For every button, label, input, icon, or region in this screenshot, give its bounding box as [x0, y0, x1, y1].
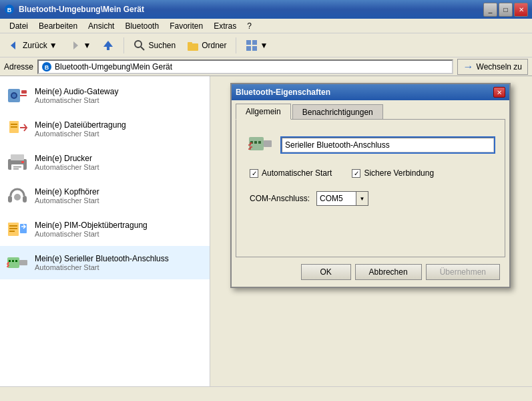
- printer-name: Mein(e) Drucker: [35, 154, 99, 163]
- up-icon: [101, 39, 115, 52]
- svg-rect-31: [23, 196, 27, 203]
- svg-rect-34: [9, 225, 17, 227]
- menu-bearbeiten[interactable]: Bearbeiten: [33, 20, 83, 32]
- secure-connection-checkbox[interactable]: [352, 169, 360, 178]
- addressbar-input[interactable]: B Bluetooth-Umgebung\Mein Gerät: [37, 59, 453, 74]
- menu-bluetooth[interactable]: Bluetooth: [119, 20, 164, 32]
- headphone-icon: [5, 184, 29, 208]
- com-port-dropdown-arrow[interactable]: ▼: [356, 191, 368, 206]
- audio-gateway-name: Mein(e) Audio-Gateway: [35, 87, 118, 96]
- window-title: Bluetooth-Umgebung\Mein Gerät: [19, 5, 483, 14]
- svg-rect-11: [252, 40, 257, 45]
- svg-rect-9: [188, 42, 192, 45]
- svg-marker-2: [11, 41, 15, 49]
- dialog-spacer: [247, 206, 494, 246]
- file-transfer-sub: Automatischer Start: [35, 130, 126, 138]
- list-item[interactable]: Mein(e) Serieller Bluetooth-Anschluss Au…: [0, 246, 210, 279]
- printer-sub: Automatischer Start: [35, 163, 99, 171]
- addressbar-go-button[interactable]: → Wechseln zu: [457, 59, 528, 75]
- ok-button[interactable]: OK: [301, 264, 351, 280]
- svg-text:B: B: [45, 64, 49, 71]
- serial-icon: [5, 251, 29, 275]
- window-icon: B: [4, 4, 15, 15]
- search-button[interactable]: Suchen: [128, 36, 180, 55]
- file-transfer-name: Mein(e) Dateiübertragung: [35, 120, 126, 130]
- menu-favoriten[interactable]: Favoriten: [164, 20, 208, 32]
- pim-info: Mein(e) PIM-Objektübertragung Automatisc…: [35, 221, 148, 238]
- svg-marker-4: [103, 41, 113, 47]
- back-button[interactable]: Zurück ▼: [3, 36, 62, 55]
- window-controls: _ □ ✕: [483, 3, 528, 17]
- svg-point-18: [12, 94, 16, 98]
- right-panel: Bluetooth-Eigenschaften ✕ Allgemein Bena…: [210, 76, 532, 386]
- menu-help[interactable]: ?: [242, 20, 257, 32]
- svg-point-6: [135, 41, 142, 47]
- dialog-titlebar: Bluetooth-Eigenschaften ✕: [232, 84, 509, 100]
- svg-marker-3: [73, 41, 78, 49]
- list-item[interactable]: Mein(e) Dateiübertragung Automatischer S…: [0, 112, 210, 146]
- svg-rect-13: [252, 46, 257, 51]
- forward-button[interactable]: ▼: [63, 36, 96, 55]
- toolbar-sep-2: [236, 37, 236, 53]
- headphone-name: Mein(e) Kopfhörer: [35, 187, 99, 196]
- svg-rect-23: [11, 126, 17, 128]
- svg-rect-42: [15, 260, 17, 262]
- secure-connection-checkbox-item: Sichere Verbindung: [352, 168, 434, 178]
- menu-datei[interactable]: Datei: [4, 20, 33, 32]
- serial-sub: Automatischer Start: [35, 263, 169, 271]
- svg-rect-5: [107, 47, 109, 50]
- svg-rect-28: [13, 166, 21, 168]
- svg-rect-35: [9, 228, 17, 229]
- titlebar: B Bluetooth-Umgebung\Mein Gerät _ □ ✕: [0, 0, 532, 19]
- svg-rect-12: [246, 46, 251, 51]
- audio-gateway-icon: [5, 84, 29, 108]
- main-content: Mein(e) Audio-Gateway Automatischer Star…: [0, 76, 532, 386]
- svg-rect-26: [11, 164, 23, 171]
- device-name-input[interactable]: [282, 138, 494, 152]
- auto-start-checkbox[interactable]: [250, 169, 258, 178]
- com-port-row: COM-Anschluss: COM5 ▼: [247, 191, 494, 206]
- views-button[interactable]: ▼: [240, 36, 273, 55]
- list-item[interactable]: Mein(e) Kopfhörer Automatischer Start: [0, 179, 210, 213]
- go-arrow-icon: →: [463, 61, 474, 73]
- dialog-checkboxes: Automatischer Start Sichere Verbindung: [247, 168, 494, 178]
- menubar: Datei Bearbeiten Ansicht Bluetooth Favor…: [0, 19, 532, 33]
- com-port-value[interactable]: COM5: [316, 191, 356, 206]
- auto-start-label: Automatischer Start: [262, 168, 332, 178]
- headphone-sub: Automatischer Start: [35, 196, 99, 205]
- headphone-info: Mein(e) Kopfhörer Automatischer Start: [35, 187, 99, 205]
- menu-ansicht[interactable]: Ansicht: [83, 20, 119, 32]
- tab-allgemein[interactable]: Allgemein: [236, 104, 291, 120]
- close-button[interactable]: ✕: [514, 3, 528, 17]
- maximize-button[interactable]: □: [499, 3, 513, 17]
- audio-gateway-sub: Automatischer Start: [35, 96, 118, 104]
- svg-text:B: B: [7, 7, 12, 13]
- statusbar: [0, 386, 532, 401]
- com-port-label: COM-Anschluss:: [250, 194, 310, 203]
- cancel-button[interactable]: Abbrechen: [355, 264, 422, 280]
- folders-icon: [186, 39, 200, 52]
- svg-point-32: [14, 194, 21, 200]
- list-item[interactable]: Mein(e) Audio-Gateway Automatischer Star…: [0, 79, 210, 112]
- apply-button[interactable]: Übernehmen: [426, 264, 500, 280]
- com-port-select[interactable]: COM5 ▼: [316, 191, 368, 206]
- dialog-close-button[interactable]: ✕: [493, 87, 505, 98]
- auto-start-checkbox-item: Automatischer Start: [250, 168, 332, 178]
- svg-rect-22: [11, 124, 17, 125]
- views-icon: [245, 39, 258, 52]
- minimize-button[interactable]: _: [483, 3, 497, 17]
- secure-connection-label: Sichere Verbindung: [364, 168, 434, 178]
- dialog-icon-row: [247, 130, 494, 159]
- list-item[interactable]: Mein(e) PIM-Objektübertragung Automatisc…: [0, 213, 210, 246]
- tab-benachrichtigungen[interactable]: Benachrichtigungen: [292, 104, 383, 120]
- pim-sub: Automatischer Start: [35, 230, 148, 238]
- up-button[interactable]: [97, 36, 119, 55]
- addressbar: Adresse B Bluetooth-Umgebung\Mein Gerät …: [0, 57, 532, 76]
- file-list: Mein(e) Audio-Gateway Automatischer Star…: [0, 76, 210, 386]
- folders-button[interactable]: Ordner: [182, 36, 231, 55]
- svg-rect-25: [11, 154, 24, 160]
- svg-rect-39: [19, 260, 27, 265]
- menu-extras[interactable]: Extras: [208, 20, 242, 32]
- dialog-footer: OK Abbrechen Übernehmen: [232, 257, 509, 287]
- list-item[interactable]: Mein(e) Drucker Automatischer Start: [0, 146, 210, 179]
